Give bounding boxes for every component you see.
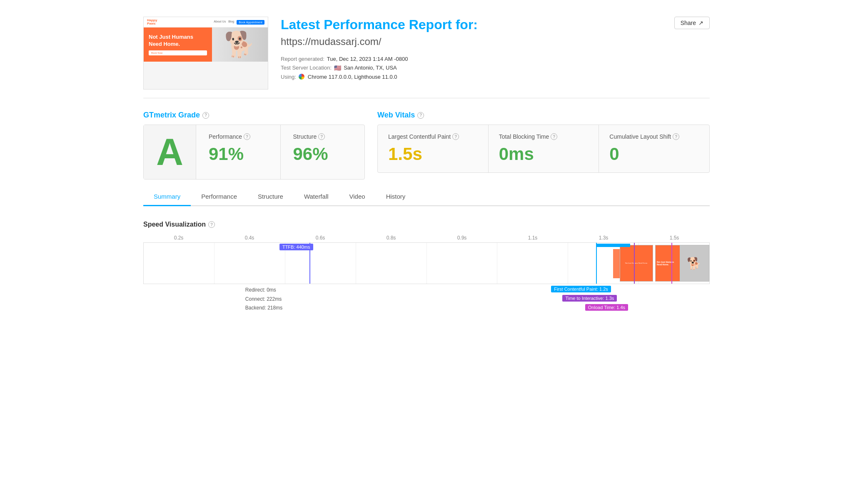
using-label: Using: <box>281 74 296 80</box>
tti-line <box>634 243 635 284</box>
report-generated-value: Tue, Dec 12, 2023 1:14 AM -0800 <box>327 56 408 62</box>
report-title: Latest Performance Report for: <box>281 17 710 32</box>
lcp-vital: Largest Contentful Paint ? 1.5s <box>378 125 489 172</box>
ttfb-label: TTFB: 440ms <box>279 244 313 250</box>
preview-logo: Happy Paws <box>147 19 157 25</box>
marker-7: 1.5s <box>639 235 710 241</box>
header-section: Happy Paws About Us Blog Book Appointmen… <box>143 8 710 98</box>
tab-waterfall[interactable]: Waterfall <box>294 188 339 206</box>
timeline-bar-area: TTFB: 440ms Not Just Humans Need Home. 🐕 <box>143 242 710 284</box>
chrome-icon <box>299 74 304 80</box>
header-info: Latest Performance Report for: https://m… <box>268 17 710 80</box>
preview-cta: Book Now <box>149 50 207 55</box>
onload-label: Onload Time: 1.4s <box>585 304 628 311</box>
report-url: https://mudassarj.com/ <box>281 36 710 47</box>
preview-nav-blog: Blog <box>228 20 234 25</box>
share-icon: ↗ <box>698 20 703 26</box>
share-button[interactable]: Share ↗ <box>674 17 710 29</box>
gtmetrix-grade: GTmetrix Grade ? A Performance ? 91% <box>143 111 365 180</box>
cls-vital: Cumulative Layout Shift ? 0 <box>599 125 709 172</box>
marker-2: 0.6s <box>285 235 356 241</box>
marker-6: 1.3s <box>568 235 639 241</box>
tbt-value: 0ms <box>499 144 589 164</box>
vitals-box: Largest Contentful Paint ? 1.5s Total Bl… <box>377 125 710 173</box>
marker-4: 0.9s <box>426 235 497 241</box>
marker-1: 0.4s <box>214 235 285 241</box>
ttfb-connect: Connect: 222ms <box>245 295 282 304</box>
structure-help[interactable]: ? <box>318 133 325 140</box>
tti-label: Time to Interactive: 1.3s <box>562 295 617 302</box>
ttfb-details: Redirect: 0ms Connect: 222ms Backend: 21… <box>245 286 282 313</box>
speed-title: Speed Visualization ? <box>143 221 710 228</box>
dog-image: 🐕 <box>224 30 255 59</box>
performance-metric: Performance ? 91% <box>196 125 281 179</box>
grade-letter: A <box>144 125 196 179</box>
fcp-bar <box>596 244 630 247</box>
tabs-list: Summary Performance Structure Waterfall … <box>143 188 710 205</box>
server-location-flag: 🇺🇸 <box>334 65 341 71</box>
tab-structure[interactable]: Structure <box>247 188 294 206</box>
speed-help[interactable]: ? <box>208 221 215 228</box>
ttfb-backend: Backend: 218ms <box>245 304 282 313</box>
screenshot-partial: Not Just Humans Need Home. <box>620 245 653 282</box>
performance-value: 91% <box>209 144 244 164</box>
cls-help[interactable]: ? <box>673 133 679 140</box>
report-generated-label: Report generated: <box>281 56 324 62</box>
using-value: Chrome 117.0.0.0, Lighthouse 11.0.0 <box>308 74 397 80</box>
lcp-label: Largest Contentful Paint ? <box>388 133 478 140</box>
preview-headline: Not Just Humans Need Home. <box>149 34 207 48</box>
gtmetrix-grade-title: GTmetrix Grade ? <box>143 111 365 120</box>
grade-metrics: Performance ? 91% Structure ? 96% <box>196 125 364 179</box>
tbt-help[interactable]: ? <box>551 133 557 140</box>
tabs-section: Summary Performance Structure Waterfall … <box>143 188 710 206</box>
timeline-labels: Redirect: 0ms Connect: 222ms Backend: 21… <box>143 286 710 317</box>
structure-value: 96% <box>293 144 328 164</box>
preview-nav-about: About Us <box>214 20 226 25</box>
tab-performance[interactable]: Performance <box>191 188 247 206</box>
web-vitals-title: Web Vitals ? <box>377 111 710 120</box>
report-meta: Report generated: Tue, Dec 12, 2023 1:14… <box>281 56 710 80</box>
web-vitals: Web Vitals ? Largest Contentful Paint ? … <box>377 111 710 180</box>
lcp-help[interactable]: ? <box>452 133 459 140</box>
marker-5: 1.1s <box>497 235 568 241</box>
preview-nav-cta: Book Appointment <box>237 20 264 25</box>
grades-section: GTmetrix Grade ? A Performance ? 91% <box>143 98 710 188</box>
structure-label: Structure ? <box>293 133 325 140</box>
web-vitals-help[interactable]: ? <box>417 112 424 119</box>
tab-summary[interactable]: Summary <box>143 188 191 206</box>
gtmetrix-grade-help[interactable]: ? <box>202 112 209 119</box>
lcp-value: 1.5s <box>388 144 478 164</box>
share-label: Share <box>681 20 696 26</box>
tbt-label: Total Blocking Time ? <box>499 133 589 140</box>
ttfb-redirect: Redirect: 0ms <box>245 286 282 295</box>
performance-help[interactable]: ? <box>244 133 250 140</box>
tab-video[interactable]: Video <box>339 188 376 206</box>
tbt-vital: Total Blocking Time ? 0ms <box>489 125 599 172</box>
marker-0: 0.2s <box>143 235 214 241</box>
server-location-label: Test Server Location: <box>281 65 332 71</box>
fcp-label: First Contentful Paint: 1.2s <box>551 286 611 292</box>
marker-3: 0.8s <box>356 235 426 241</box>
screenshot-full: Not Just Humans Need Home. 🐕 <box>655 245 709 282</box>
site-preview: Happy Paws About Us Blog Book Appointmen… <box>143 17 268 90</box>
cls-label: Cumulative Layout Shift ? <box>609 133 699 140</box>
tab-history[interactable]: History <box>376 188 416 206</box>
timeline: 0.2s 0.4s 0.6s 0.8s 0.9s 1.1s 1.3s 1.5s <box>143 235 710 342</box>
performance-label: Performance ? <box>209 133 250 140</box>
fcp-line <box>596 243 597 284</box>
onload-line <box>671 243 672 284</box>
grade-box: A Performance ? 91% Structure ? <box>143 125 365 180</box>
server-location-value: San Antonio, TX, USA <box>344 65 397 71</box>
cls-value: 0 <box>609 144 699 164</box>
structure-metric: Structure ? 96% <box>281 125 365 179</box>
speed-section: Speed Visualization ? 0.2s 0.4s 0.6s 0.8… <box>143 217 710 346</box>
